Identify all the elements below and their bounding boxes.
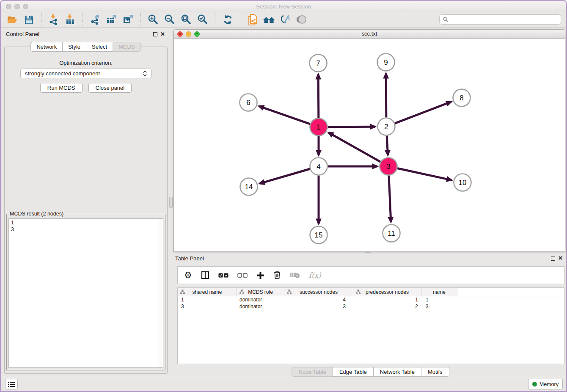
deselect-all-columns-icon[interactable]: [237, 270, 248, 281]
graph-edge-4-14[interactable]: [259, 169, 310, 184]
memory-button[interactable]: Memory: [528, 379, 563, 389]
table-cell[interactable]: 3: [284, 304, 353, 309]
export-table-icon[interactable]: [105, 13, 118, 26]
column-header-MCDS-role[interactable]: MCDS role: [237, 288, 284, 296]
graph-node-7[interactable]: 7: [310, 55, 327, 72]
close-panel-button[interactable]: Close panel: [88, 83, 132, 93]
graph-node-6[interactable]: 6: [240, 94, 257, 111]
network-from-selection-icon[interactable]: [246, 13, 259, 26]
refresh-layout-icon[interactable]: [221, 13, 234, 26]
graph-edge-2-9[interactable]: [386, 73, 386, 117]
graph-node-9[interactable]: 9: [377, 54, 395, 71]
graph-edge-1-7[interactable]: [318, 74, 319, 118]
zoom-in-icon[interactable]: [147, 13, 160, 26]
select-all-columns-icon[interactable]: [218, 270, 228, 281]
table-cell[interactable]: 1: [353, 297, 421, 303]
toolbar-separator: [83, 13, 83, 26]
tab-edge-table[interactable]: Edge Table: [333, 367, 374, 377]
show-hide-details-icon[interactable]: [296, 13, 308, 26]
table-cell[interactable]: dominator: [237, 304, 284, 309]
criterion-dropdown[interactable]: strongly connected component: [20, 69, 151, 78]
tab-node-table[interactable]: Node Table: [292, 367, 333, 377]
table-panel-close-icon[interactable]: ✕: [558, 256, 563, 261]
save-session-icon[interactable]: [22, 13, 35, 26]
node-label: 10: [459, 179, 467, 187]
toolbar-separator: [240, 13, 240, 26]
tab-select[interactable]: Select: [86, 42, 113, 52]
delete-column-icon[interactable]: [273, 270, 281, 281]
table-cell[interactable]: 3: [178, 304, 237, 309]
run-mcds-button[interactable]: Run MCDS: [40, 83, 83, 93]
column-header-shared-name[interactable]: shared name: [178, 288, 237, 296]
zoom-out-icon[interactable]: [163, 13, 176, 26]
control-panel-close-icon[interactable]: ✕: [160, 32, 165, 37]
fit-content-icon[interactable]: [180, 13, 193, 26]
table-cell[interactable]: 1: [421, 297, 457, 303]
graph-edge-2-3[interactable]: [387, 135, 388, 155]
result-scrollbar[interactable]: [158, 219, 163, 367]
network-window-title: scc.txt: [174, 30, 565, 38]
table-mode-gear-icon[interactable]: ⚙: [184, 270, 192, 281]
graph-node-15[interactable]: 15: [310, 226, 328, 244]
search-input[interactable]: [449, 16, 558, 23]
graph-node-1[interactable]: 1: [310, 119, 328, 136]
node-label: 8: [460, 94, 463, 102]
table-cell[interactable]: 2: [353, 304, 421, 309]
graph-edge-3-11[interactable]: [389, 175, 391, 222]
add-column-icon[interactable]: [256, 270, 264, 281]
graph-node-11[interactable]: 11: [383, 225, 400, 242]
task-history-button[interactable]: [5, 379, 18, 389]
column-type-icon: [180, 290, 185, 294]
graph-edge-3-10[interactable]: [397, 168, 451, 180]
open-file-icon[interactable]: [6, 13, 19, 26]
node-label: 4: [317, 163, 320, 171]
node-label: 2: [384, 123, 388, 131]
import-network-icon[interactable]: [47, 13, 60, 26]
graph-edge-1-2[interactable]: [328, 127, 375, 127]
vertical-splitter-handle[interactable]: [169, 197, 173, 208]
search-box[interactable]: [439, 14, 561, 25]
node-label: 14: [245, 183, 253, 191]
table-cell[interactable]: 1: [178, 297, 237, 303]
table-cell[interactable]: 4: [284, 297, 353, 303]
control-panel-float-icon[interactable]: [153, 32, 157, 36]
tab-style[interactable]: Style: [62, 42, 86, 52]
export-image-icon[interactable]: [122, 13, 135, 26]
column-header-predecessor-nodes[interactable]: predecessor nodes: [353, 288, 421, 296]
table-cell[interactable]: dominator: [237, 297, 284, 303]
graph-node-2[interactable]: 2: [378, 118, 395, 135]
node-label: 3: [386, 163, 390, 171]
first-neighbors-icon[interactable]: [263, 13, 275, 26]
mcds-panel: Optimization criterion: strongly connect…: [4, 47, 168, 374]
table-body: 1dominator4113dominator323: [178, 296, 564, 310]
graph-edge-3-1[interactable]: [328, 133, 380, 162]
mcds-result-box: 1 3: [8, 218, 163, 368]
tab-network[interactable]: Network: [30, 42, 63, 52]
table-cell[interactable]: 3: [421, 304, 457, 309]
table-panel-tabs: Node TableEdge TableNetwork TableMotifs: [173, 367, 567, 377]
table-row[interactable]: 3dominator323: [178, 303, 564, 310]
tab-network-table[interactable]: Network Table: [373, 367, 421, 377]
column-header-name[interactable]: name: [421, 288, 457, 296]
graph-node-3[interactable]: 3: [380, 158, 397, 175]
network-canvas[interactable]: 1234678910111415: [174, 39, 565, 251]
column-header-successor-nodes[interactable]: successor nodes: [284, 288, 353, 296]
table-row[interactable]: 1dominator411: [178, 296, 564, 303]
import-table-icon[interactable]: [64, 13, 77, 26]
zoom-selected-icon[interactable]: [196, 13, 209, 26]
export-network-icon[interactable]: [89, 13, 102, 26]
graph-node-10[interactable]: 10: [454, 174, 471, 191]
tab-mcds[interactable]: MCDS: [113, 42, 140, 52]
graph-node-4[interactable]: 4: [310, 158, 328, 175]
table-toolbar: ⚙ f(x): [177, 266, 564, 284]
graph-node-14[interactable]: 14: [240, 178, 258, 196]
graph-node-8[interactable]: 8: [453, 89, 471, 107]
graph-edge-2-8[interactable]: [395, 102, 451, 123]
main-toolbar: [1, 12, 566, 28]
graph-edge-1-6[interactable]: [259, 106, 310, 124]
toggle-graphics-details-icon[interactable]: [279, 13, 292, 26]
delete-table-icon: [290, 270, 300, 281]
tab-motifs[interactable]: Motifs: [421, 367, 449, 377]
column-visibility-icon[interactable]: [201, 270, 209, 281]
table-panel-float-icon[interactable]: [551, 257, 555, 261]
